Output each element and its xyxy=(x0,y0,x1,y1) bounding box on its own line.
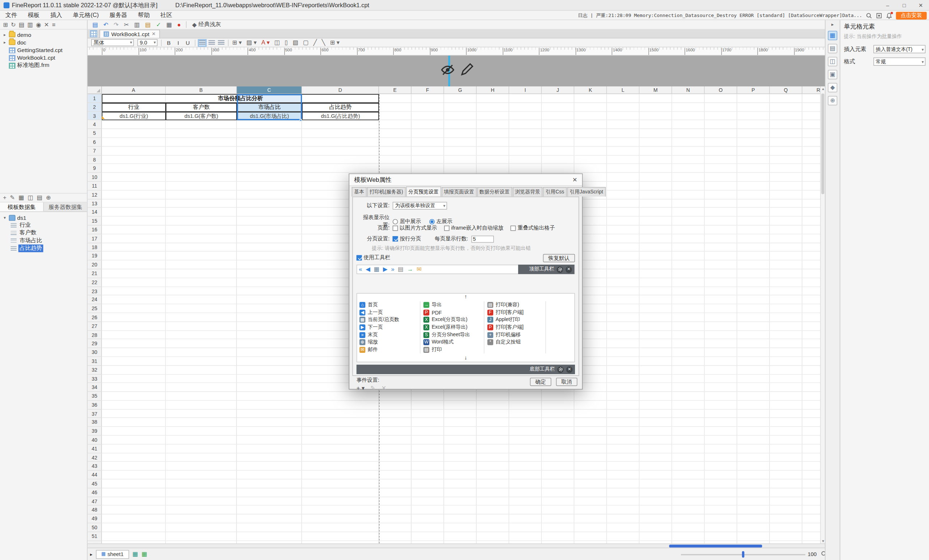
cell-C50[interactable] xyxy=(237,523,302,532)
cell-O43[interactable] xyxy=(705,462,737,471)
cell-P9[interactable] xyxy=(737,164,770,173)
cell-J51[interactable] xyxy=(542,532,574,541)
dataset-field[interactable]: 占比趋势 xyxy=(0,245,87,252)
cell-D35[interactable] xyxy=(302,392,379,401)
cell-E1[interactable] xyxy=(379,94,411,103)
cell-A5[interactable] xyxy=(102,129,166,138)
cell-O21[interactable] xyxy=(705,269,737,278)
cell-H8[interactable] xyxy=(477,156,509,164)
cell-Q14[interactable] xyxy=(770,208,802,217)
cell-K46[interactable] xyxy=(574,488,607,497)
dialog-tab[interactable]: 引用JavaScript xyxy=(567,187,606,196)
cell-D45[interactable] xyxy=(302,479,379,488)
undo-icon[interactable]: ↶ xyxy=(103,20,109,29)
cell-I47[interactable] xyxy=(509,497,542,506)
cell-A28[interactable] xyxy=(102,331,166,340)
cell-L24[interactable] xyxy=(607,296,639,304)
edit-pencil-icon[interactable] xyxy=(460,63,474,77)
dialog-close-icon[interactable]: ✕ xyxy=(572,176,578,183)
row-paging-checkbox[interactable]: 按行分页 xyxy=(393,235,421,243)
cell-M25[interactable] xyxy=(640,304,672,313)
cell-I52[interactable] xyxy=(509,541,542,543)
horizontal-scrollbar[interactable] xyxy=(87,543,825,547)
cell-Q24[interactable] xyxy=(770,296,802,304)
cell-N34[interactable] xyxy=(672,383,705,392)
cell-C41[interactable] xyxy=(237,445,302,453)
cell-E9[interactable] xyxy=(379,164,411,173)
cell-A29[interactable] xyxy=(102,340,166,348)
cell-E3[interactable] xyxy=(379,112,411,120)
cell-D37[interactable] xyxy=(302,410,379,418)
cell-A46[interactable] xyxy=(102,488,166,497)
cell-L26[interactable] xyxy=(607,313,639,322)
cell-A49[interactable] xyxy=(102,514,166,523)
cell-O18[interactable] xyxy=(705,243,737,252)
cell-C36[interactable] xyxy=(237,401,302,409)
dialog-tab[interactable]: 引用Css xyxy=(543,187,567,196)
install-button[interactable]: 点击安装 xyxy=(896,12,927,19)
cell-C45[interactable] xyxy=(237,479,302,488)
cell-O16[interactable] xyxy=(705,226,737,234)
cell-L40[interactable] xyxy=(607,436,639,444)
cell-J6[interactable] xyxy=(542,138,574,147)
column-header-G[interactable]: G xyxy=(444,86,477,94)
cell-F46[interactable] xyxy=(411,488,444,497)
cell-C37[interactable] xyxy=(237,410,302,418)
cell-B7[interactable] xyxy=(166,147,237,156)
current-page-item[interactable]: ▦当前页/总页数 xyxy=(357,316,421,324)
row-header-4[interactable]: 4 xyxy=(87,120,102,129)
cell-M7[interactable] xyxy=(640,147,672,156)
cell-N51[interactable] xyxy=(672,532,705,541)
rows-per-page-input[interactable]: 5 xyxy=(471,236,494,243)
cell-O14[interactable] xyxy=(705,208,737,217)
cell-L37[interactable] xyxy=(607,410,639,418)
column-header-A[interactable]: A xyxy=(102,86,166,94)
cell-M41[interactable] xyxy=(640,445,672,453)
cell-O26[interactable] xyxy=(705,313,737,322)
page-option-checkbox[interactable]: 重叠式输出格子 xyxy=(510,225,555,232)
cell-B38[interactable] xyxy=(166,418,237,427)
new-file-icon[interactable]: ▤ xyxy=(19,20,24,29)
column-header-F[interactable]: F xyxy=(411,86,444,94)
row-header-36[interactable]: 36 xyxy=(87,401,102,409)
cell-M31[interactable] xyxy=(640,357,672,366)
cell-F36[interactable] xyxy=(411,401,444,409)
cell-O46[interactable] xyxy=(705,488,737,497)
cell-O39[interactable] xyxy=(705,427,737,436)
cell-F38[interactable] xyxy=(411,418,444,427)
cell-G40[interactable] xyxy=(444,436,477,444)
cell-L21[interactable] xyxy=(607,269,639,278)
cell-Q45[interactable] xyxy=(770,479,802,488)
cell-I2[interactable] xyxy=(509,103,542,112)
cell-L10[interactable] xyxy=(607,173,639,182)
cell-Q4[interactable] xyxy=(770,120,802,129)
cell-L19[interactable] xyxy=(607,252,639,261)
cell-I43[interactable] xyxy=(509,462,542,471)
cell-N19[interactable] xyxy=(672,252,705,261)
cell-J39[interactable] xyxy=(542,427,574,436)
border-icon[interactable]: ⊞ ▾ xyxy=(232,38,242,47)
sheet-list-icon[interactable]: ▸ xyxy=(90,551,93,557)
cell-P48[interactable] xyxy=(737,506,770,514)
merge-cell-icon[interactable]: ◫ xyxy=(274,38,280,47)
cell-L13[interactable] xyxy=(607,199,639,208)
cell-N5[interactable] xyxy=(672,129,705,138)
cell-P49[interactable] xyxy=(737,514,770,523)
cell-Q31[interactable] xyxy=(770,357,802,366)
cell-I39[interactable] xyxy=(509,427,542,436)
cell-O35[interactable] xyxy=(705,392,737,401)
cell-Q50[interactable] xyxy=(770,523,802,532)
cell-A10[interactable] xyxy=(102,173,166,182)
restore-default-button[interactable]: 恢复默认 xyxy=(543,254,575,262)
print-icon[interactable]: ▤ xyxy=(398,266,403,273)
column-header-L[interactable]: L xyxy=(607,86,639,94)
column-header-B[interactable]: B xyxy=(166,86,237,94)
cell-O33[interactable] xyxy=(705,375,737,383)
diagonal-line-icon[interactable]: ╱ xyxy=(314,38,317,47)
cell-C8[interactable] xyxy=(237,156,302,164)
row-header-49[interactable]: 49 xyxy=(87,514,102,523)
cell-E8[interactable] xyxy=(379,156,411,164)
cell-Q43[interactable] xyxy=(770,462,802,471)
cell-P29[interactable] xyxy=(737,340,770,348)
cell-O45[interactable] xyxy=(705,479,737,488)
